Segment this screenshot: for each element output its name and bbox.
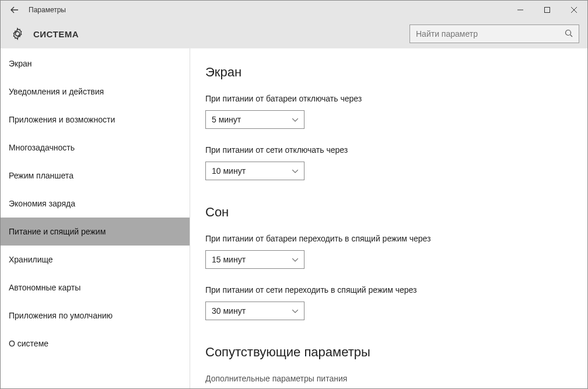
search-icon: [565, 29, 573, 39]
sidebar-item-multitasking[interactable]: Многозадачность: [1, 134, 190, 162]
header: СИСТЕМА: [1, 19, 587, 48]
dropdown-value: 30 минут: [212, 306, 246, 316]
page-title: СИСТЕМА: [33, 29, 79, 39]
sidebar-item-label: Приложения по умолчанию: [9, 311, 113, 320]
gear-icon: [11, 27, 24, 40]
section-title-related: Сопутствующие параметры: [205, 345, 572, 360]
sidebar-item-label: Приложения и возможности: [9, 115, 115, 124]
chevron-down-icon: [292, 307, 298, 314]
sidebar-item-label: Экран: [9, 59, 32, 68]
sidebar-item-offline-maps[interactable]: Автономные карты: [1, 274, 190, 302]
maximize-button[interactable]: [534, 1, 561, 19]
sleep-plugged-dropdown[interactable]: 30 минут: [205, 302, 304, 320]
back-button[interactable]: [5, 1, 24, 19]
sidebar-item-label: Многозадачность: [9, 143, 75, 152]
minimize-icon: [517, 7, 523, 13]
screen-plugged-dropdown[interactable]: 10 минут: [205, 162, 304, 180]
maximize-icon: [544, 7, 550, 13]
dropdown-value: 15 минут: [212, 255, 246, 264]
sidebar-item-power-sleep[interactable]: Питание и спящий режим: [1, 218, 190, 246]
sidebar: Экран Уведомления и действия Приложения …: [1, 48, 190, 388]
sleep-battery-dropdown[interactable]: 15 минут: [205, 250, 304, 269]
titlebar: Параметры: [1, 1, 587, 19]
sidebar-item-tablet-mode[interactable]: Режим планшета: [1, 162, 190, 190]
dropdown-value: 5 минут: [212, 115, 241, 124]
sidebar-item-label: Питание и спящий режим: [9, 227, 106, 236]
window-controls: [507, 1, 587, 19]
screen-battery-dropdown[interactable]: 5 минут: [205, 110, 304, 129]
chevron-down-icon: [292, 167, 298, 174]
sidebar-item-apps-features[interactable]: Приложения и возможности: [1, 106, 190, 134]
sidebar-item-label: Автономные карты: [9, 283, 80, 292]
svg-rect-0: [545, 8, 550, 13]
search-box[interactable]: [410, 24, 579, 43]
close-icon: [571, 7, 577, 13]
minimize-button[interactable]: [507, 1, 534, 19]
section-title-screen: Экран: [205, 65, 572, 80]
main-content: Экран При питании от батареи отключать ч…: [190, 48, 587, 388]
svg-point-1: [566, 30, 571, 35]
sidebar-item-label: Режим планшета: [9, 171, 74, 180]
sleep-battery-label: При питании от батареи переходить в спящ…: [205, 234, 572, 243]
sidebar-item-storage[interactable]: Хранилище: [1, 246, 190, 274]
section-title-sleep: Сон: [205, 205, 572, 220]
dropdown-value: 10 минут: [212, 166, 246, 176]
arrow-left-icon: [10, 6, 19, 14]
screen-plugged-label: При питании от сети отключать через: [205, 145, 572, 155]
sidebar-item-default-apps[interactable]: Приложения по умолчанию: [1, 302, 190, 330]
sidebar-item-label: О системе: [9, 339, 48, 348]
chevron-down-icon: [292, 116, 298, 123]
sidebar-item-label: Уведомления и действия: [9, 87, 104, 96]
sleep-plugged-label: При питании от сети переходить в спящий …: [205, 285, 572, 295]
chevron-down-icon: [292, 256, 298, 263]
sidebar-item-label: Хранилище: [9, 255, 53, 264]
sidebar-item-label: Экономия заряда: [9, 199, 75, 208]
sidebar-item-about[interactable]: О системе: [1, 330, 190, 358]
sidebar-item-battery-saver[interactable]: Экономия заряда: [1, 190, 190, 218]
sidebar-item-display[interactable]: Экран: [1, 50, 190, 78]
screen-battery-label: При питании от батареи отключать через: [205, 94, 572, 103]
additional-power-settings-link[interactable]: Дополнительные параметры питания: [205, 374, 572, 383]
window-title: Параметры: [29, 6, 507, 14]
sidebar-item-notifications[interactable]: Уведомления и действия: [1, 78, 190, 106]
close-button[interactable]: [561, 1, 587, 19]
search-input[interactable]: [416, 29, 565, 38]
